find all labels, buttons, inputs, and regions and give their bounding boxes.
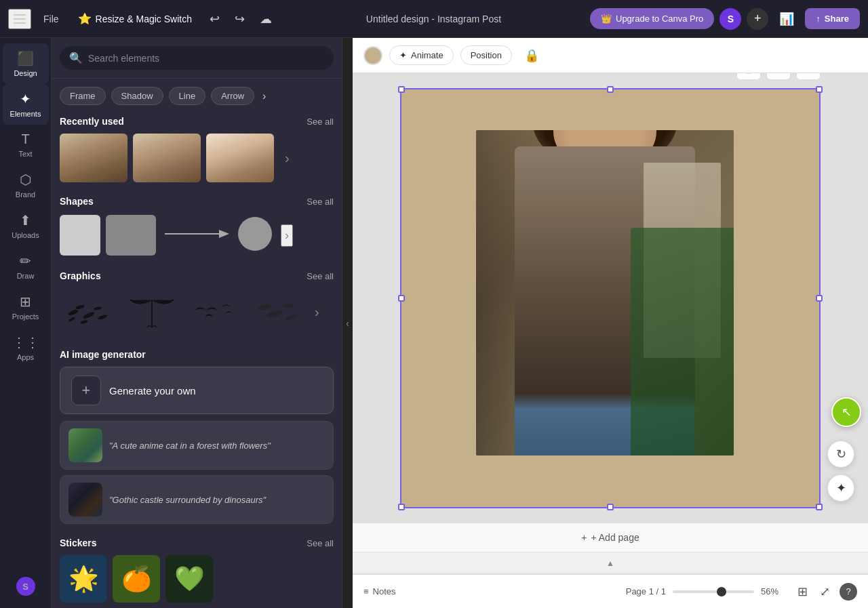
sidebar-item-projects[interactable]: ⊞ Projects: [3, 287, 49, 327]
graphic-birds-3[interactable]: [186, 288, 243, 336]
svg-point-3: [67, 308, 79, 316]
position-button[interactable]: Position: [460, 45, 512, 65]
add-page-button[interactable]: + + Add page: [581, 532, 639, 543]
notes-button[interactable]: ≡ Notes: [363, 586, 396, 596]
sticker-1[interactable]: 🌟: [60, 555, 107, 603]
zoom-track[interactable]: [673, 590, 754, 593]
ai-prompt-item-2[interactable]: "Gothic castle surrounded by dinosaurs": [60, 475, 334, 524]
chip-line[interactable]: Line: [169, 87, 206, 105]
svg-point-7: [68, 316, 75, 321]
canvas-photo-inner: [476, 130, 734, 455]
sticker-2[interactable]: 🍊: [113, 555, 160, 603]
graphics-grid: ›: [60, 288, 334, 336]
resize-magic-switch-button[interactable]: ⭐ Resize & Magic Switch: [71, 8, 199, 29]
canvas-copy-button[interactable]: ⧉: [766, 73, 791, 80]
share-button[interactable]: ↑ Share: [805, 8, 860, 29]
handle-top-left[interactable]: [398, 86, 405, 93]
shape-line-arrow[interactable]: [161, 220, 229, 250]
graphic-birds-4[interactable]: [249, 288, 307, 336]
top-navigation: File ⭐ Resize & Magic Switch ↩ ↪ ☁ Untit…: [0, 0, 868, 38]
design-icon: ⬛: [17, 50, 34, 66]
panel-collapse[interactable]: ‹: [342, 38, 353, 608]
stickers-see-all[interactable]: See all: [307, 538, 334, 548]
stickers-header: Stickers See all: [60, 538, 334, 548]
add-page-bar[interactable]: + + Add page: [353, 523, 868, 552]
projects-icon: ⊞: [20, 293, 31, 310]
sidebar-item-user[interactable]: S: [3, 570, 49, 603]
add-collaborator-button[interactable]: +: [747, 8, 768, 30]
sidebar-item-brand[interactable]: ⬡ Brand: [3, 165, 49, 205]
cursor-icon[interactable]: ↖: [831, 397, 861, 427]
graphic-bird-2[interactable]: [123, 288, 180, 336]
handle-mid-right[interactable]: [816, 295, 823, 302]
grid-view-button[interactable]: ⊞: [795, 582, 810, 602]
zoom-thumb[interactable]: [717, 587, 726, 596]
handle-top-mid[interactable]: [607, 86, 614, 93]
search-input[interactable]: [88, 53, 324, 64]
canvas-add-button[interactable]: +: [796, 73, 821, 80]
ai-section-title: AI image generator: [60, 349, 334, 360]
ai-generate-label: Generate your own: [109, 385, 196, 397]
graphics-more-button[interactable]: ›: [312, 302, 322, 323]
recently-used-see-all[interactable]: See all: [307, 117, 334, 127]
shape-circle[interactable]: [235, 214, 275, 257]
zoom-value: 56%: [761, 586, 788, 596]
handle-bottom-right[interactable]: [816, 504, 823, 510]
chips-more-button[interactable]: ›: [260, 87, 269, 105]
elements-icon: ✦: [20, 91, 31, 107]
expand-button[interactable]: ⤢: [817, 582, 833, 602]
panel-collapse-button[interactable]: ‹: [346, 318, 349, 329]
graphics-see-all[interactable]: See all: [307, 271, 334, 281]
ai-generate-button[interactable]: + Generate your own: [60, 367, 334, 414]
avatar[interactable]: S: [719, 8, 741, 30]
handle-mid-left[interactable]: [398, 295, 405, 302]
color-swatch[interactable]: [363, 46, 382, 65]
file-menu-button[interactable]: File: [37, 9, 66, 28]
canvas-lock-button[interactable]: 🔒: [736, 73, 761, 80]
sidebar-item-design[interactable]: ⬛ Design: [3, 43, 49, 84]
chip-shadow[interactable]: Shadow: [111, 87, 163, 105]
handle-bottom-mid[interactable]: [607, 504, 614, 510]
lock-button[interactable]: 🔒: [519, 45, 545, 66]
sidebar-item-apps[interactable]: ⋮⋮ Apps: [3, 327, 49, 368]
show-pages-bar[interactable]: ▲: [353, 552, 868, 574]
search-icon: 🔍: [69, 52, 83, 64]
chip-arrow[interactable]: Arrow: [211, 87, 254, 105]
cloud-save-button[interactable]: ☁: [254, 9, 277, 29]
recently-used-grid: ›: [60, 134, 334, 182]
recent-thumb-2[interactable]: [133, 134, 201, 182]
shape-square[interactable]: [60, 215, 100, 256]
show-pages-button[interactable]: ▲: [606, 559, 614, 568]
recently-used-more-button[interactable]: ›: [282, 134, 292, 182]
graphic-birds-1[interactable]: [60, 288, 117, 336]
redo-button[interactable]: ↪: [229, 9, 250, 29]
canvas-refresh-button[interactable]: ↻: [827, 441, 854, 468]
analytics-button[interactable]: 📊: [774, 9, 800, 29]
sidebar-item-elements[interactable]: ✦ Elements: [3, 84, 49, 125]
ai-prompt-item-1[interactable]: "A cute anime cat in a forest with flowe…: [60, 421, 334, 470]
canvas-frame[interactable]: [400, 88, 821, 508]
sidebar-item-draw[interactable]: ✏ Draw: [3, 246, 49, 287]
shapes-more-button[interactable]: ›: [281, 224, 293, 247]
panel-search-area: 🔍: [52, 38, 342, 79]
chip-frame[interactable]: Frame: [60, 87, 106, 105]
shape-rect[interactable]: [106, 215, 156, 256]
upgrade-button[interactable]: 👑 Upgrade to Canva Pro: [590, 8, 714, 29]
hamburger-menu-button[interactable]: [8, 9, 31, 29]
handle-bottom-left[interactable]: [398, 504, 405, 510]
svg-marker-1: [219, 230, 229, 238]
magic-icon-button[interactable]: ✦: [827, 474, 854, 502]
recent-thumb-1[interactable]: [60, 134, 127, 182]
canvas-photo: [476, 130, 734, 455]
undo-button[interactable]: ↩: [204, 9, 225, 29]
recent-thumb-3[interactable]: [206, 134, 274, 182]
shapes-see-all[interactable]: See all: [307, 197, 334, 207]
sidebar-item-uploads[interactable]: ⬆ Uploads: [3, 205, 49, 246]
handle-top-right[interactable]: [816, 86, 823, 93]
page-info: Page 1 / 1: [626, 586, 666, 596]
sticker-3[interactable]: 💚: [165, 555, 213, 603]
canvas-toolbar: ✦ Animate Position 🔒: [353, 38, 868, 73]
help-button[interactable]: ?: [840, 583, 857, 601]
sidebar-item-text[interactable]: T Text: [3, 125, 49, 165]
animate-button[interactable]: ✦ Animate: [389, 45, 454, 65]
